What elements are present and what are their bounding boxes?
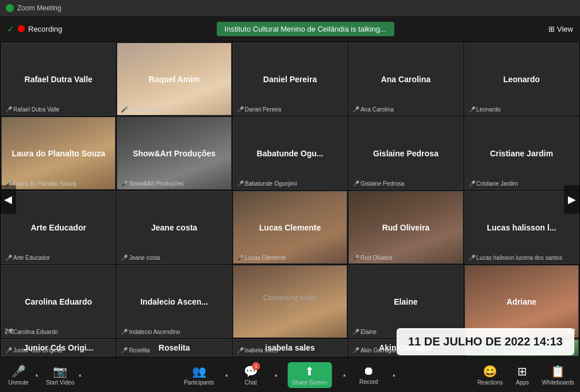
cell-label-indalecio: 🎤Indalecio Ascendino <box>121 329 180 335</box>
share-caret[interactable]: ▲ <box>342 372 347 378</box>
mic-icon-leonardo: 🎤 <box>468 106 475 113</box>
cell-label-akin: 🎤Akin Garragar <box>352 347 396 353</box>
mic-icon-junior: 🎤 <box>5 347 12 353</box>
cell-label-elaine: 🎤Elaine <box>352 329 377 335</box>
cell-name-adriane: Adriane <box>504 295 539 309</box>
grid-cell-junior[interactable]: Junior Cds Origi...🎤Junior Cds Original <box>1 339 116 356</box>
title-bar-text: Zoom Meeting <box>17 4 62 12</box>
participants-caret[interactable]: ▲ <box>224 372 229 378</box>
grid-cell-cristiane[interactable]: Cristiane Jardim🎤Cristiane Jardim <box>464 117 579 190</box>
grid-icon: ⊞ <box>548 25 555 33</box>
cell-name-indalecio: Indalecio Ascen... <box>138 295 210 309</box>
cell-label-lucash: 🎤Lucas halisson lucena dos santos <box>468 255 563 261</box>
grid-cell-elaine[interactable]: Elaine🎤Elaine <box>348 265 463 338</box>
unmute-caret[interactable]: ▲ <box>34 372 39 378</box>
cell-name-elaine: Elaine <box>391 295 420 309</box>
grid-cell-ana[interactable]: Ana Carolina🎤Ana Carolina <box>348 43 463 116</box>
mic-icon-ana: 🎤 <box>352 106 359 113</box>
mic-icon-gislaine: 🎤 <box>352 180 359 187</box>
share-screen-button[interactable]: ⬆ Share Screen <box>287 362 332 388</box>
talking-text: Instituto Cultural Menino de Ceilândia i… <box>225 25 386 33</box>
grid-cell-laura[interactable]: Laura do Planalto Souza🎤Laura do Planalt… <box>1 117 116 190</box>
cell-label-cristiane: 🎤Cristiane Jardim <box>468 180 518 187</box>
prev-page-arrow[interactable]: ◀ <box>0 185 16 214</box>
cell-name-rafael: Rafael Dutra Valle <box>22 72 95 86</box>
grid-cell-isabela[interactable]: isabela sales🎤isabela sales <box>233 339 347 356</box>
grid-cell-babatunde[interactable]: Babatunde Ogu...🎤Babatunde Ogunjimi <box>233 117 347 190</box>
next-page-arrow[interactable]: ▶ <box>564 185 580 214</box>
grid-cell-carolina[interactable]: Carolina Eduardo🎤Carolina Eduardo <box>1 265 116 338</box>
start-video-button[interactable]: 📷 Start Video <box>46 364 74 386</box>
cell-name-rud: Rud Oliveira <box>380 221 432 235</box>
mic-icon-showart: 🎤 <box>121 180 128 187</box>
reactions-button[interactable]: 😀 Reactions <box>477 364 502 386</box>
cell-name-leonardo: Leonardo <box>501 72 542 86</box>
chat-button[interactable]: 💬 1 Chat <box>238 364 263 386</box>
app-icon <box>6 4 14 12</box>
grid-cell-daniel[interactable]: Daniel Pereira🎤Daniel Pereira <box>233 43 347 116</box>
reactions-label: Reactions <box>477 379 502 386</box>
grid-cell-connecting1[interactable]: Connecting audio .-* <box>233 265 347 338</box>
toolbar-center: 👥 Participants ▲ 💬 1 Chat ▲ ⬆ Share Scre… <box>184 362 396 388</box>
record-label: Record <box>359 379 378 385</box>
cell-label-leonardo: 🎤Leonardo <box>468 106 501 113</box>
apps-button[interactable]: ⊞ Apps <box>510 364 535 386</box>
grid-cell-lucash[interactable]: Lucas halisson l...🎤Lucas halisson lucen… <box>464 191 579 264</box>
rec-dot <box>18 25 25 32</box>
cell-name-gislaine: Gislaine Pedrosa <box>371 147 441 160</box>
cell-label-babatunde: 🎤Babatunde Ogunjimi <box>237 180 297 187</box>
grid-cell-leonardo[interactable]: Leonardo🎤Leonardo <box>464 43 579 116</box>
cell-name-daniel: Daniel Pereira <box>261 72 319 86</box>
whiteboards-icon: 📋 <box>551 364 565 378</box>
video-caret[interactable]: ▲ <box>78 372 82 378</box>
cell-name-babatunde: Babatunde Ogu... <box>255 147 326 160</box>
participants-label: Participants <box>184 379 214 386</box>
grid-cell-raquel[interactable]: Raquel Amim🎤Raquel Amim <box>117 43 231 116</box>
cell-name-carolina: Carolina Eduardo <box>22 295 94 309</box>
participants-grid: ◀ ▶ Rafael Dutra Valle🎤Rafael Dutra Vall… <box>0 41 580 358</box>
recording-label: Recording <box>28 25 62 33</box>
view-button[interactable]: ⊞ View <box>548 25 573 33</box>
grid-cell-indalecio[interactable]: Indalecio Ascen...🎤Indalecio Ascendino <box>117 265 231 338</box>
cell-name-jeane: Jeane costa <box>149 221 199 235</box>
grid-cell-showart[interactable]: Show&Art Produções🎤Show&Art Produções <box>117 117 231 190</box>
top-bar: ✓ Recording Instituto Cultural Menino de… <box>0 16 580 41</box>
checkmark-icon: ✓ <box>7 24 14 34</box>
whiteboards-label: Whiteboards <box>542 379 574 386</box>
grid-cell-rafael[interactable]: Rafael Dutra Valle🎤Rafael Dutra Valle <box>1 43 116 116</box>
grid-cell-lucasc[interactable]: Lucas Clemente🎤Lucas Clemente <box>233 191 347 264</box>
title-bar: Zoom Meeting <box>0 0 580 16</box>
cell-label-raquel: 🎤Raquel Amim <box>121 106 163 113</box>
unmute-button[interactable]: 🎤 Unmute <box>6 364 31 386</box>
talking-banner: Instituto Cultural Menino de Ceilândia i… <box>217 22 394 36</box>
grid-cell-rud[interactable]: Rud Oliveira🎤Rud Oliveira <box>348 191 463 264</box>
toolbar: 🎤 Unmute ▲ 📷 Start Video ▲ 👥 Participant… <box>0 358 580 392</box>
participants-button[interactable]: 👥 Participants <box>184 364 214 386</box>
apps-icon: ⊞ <box>517 364 527 378</box>
cell-label-isabela: 🎤isabela sales <box>237 347 278 353</box>
participants-icon: 👥 <box>192 364 206 378</box>
cell-label-roselita: 🎤Roselita <box>121 347 149 353</box>
mic-icon-jeane: 🎤 <box>121 255 128 261</box>
whiteboards-button[interactable]: 📋 Whiteboards <box>542 364 574 386</box>
view-label: View <box>557 25 573 33</box>
toolbar-right: 😀 Reactions ⊞ Apps 📋 Whiteboards <box>477 364 574 386</box>
cell-name-lucash: Lucas halisson l... <box>485 221 559 235</box>
grid-cell-jeane[interactable]: Jeane costa🎤Jeane costa <box>117 191 231 264</box>
cell-label-lucasc: 🎤Lucas Clemente <box>237 255 286 261</box>
mic-icon-rud: 🎤 <box>352 255 359 261</box>
grid-cell-roselita[interactable]: Roselita🎤Roselita <box>117 339 231 356</box>
cell-name-ana: Ana Carolina <box>379 72 433 86</box>
toolbar-left: 🎤 Unmute ▲ 📷 Start Video ▲ <box>6 364 82 386</box>
record-button[interactable]: ⏺ Record <box>356 364 381 385</box>
grid-cell-gislaine[interactable]: Gislaine Pedrosa🎤Gislaine Pedrosa <box>348 117 463 190</box>
cell-label-junior: 🎤Junior Cds Original <box>5 347 62 353</box>
chat-caret[interactable]: ▲ <box>274 372 278 378</box>
share-screen-icon: ⬆ <box>305 364 314 378</box>
grid-cell-arte[interactable]: Arte Educador🎤Arte Educador <box>1 191 116 264</box>
grid-cell-adriane[interactable]: Adriane🎤Adriane <box>464 265 579 338</box>
cell-name-cristiane: Cristiane Jardim <box>487 147 555 160</box>
cell-name-laura: Laura do Planalto Souza <box>9 147 107 160</box>
record-caret[interactable]: ▲ <box>391 372 396 378</box>
mic-icon-roselita: 🎤 <box>121 347 128 353</box>
